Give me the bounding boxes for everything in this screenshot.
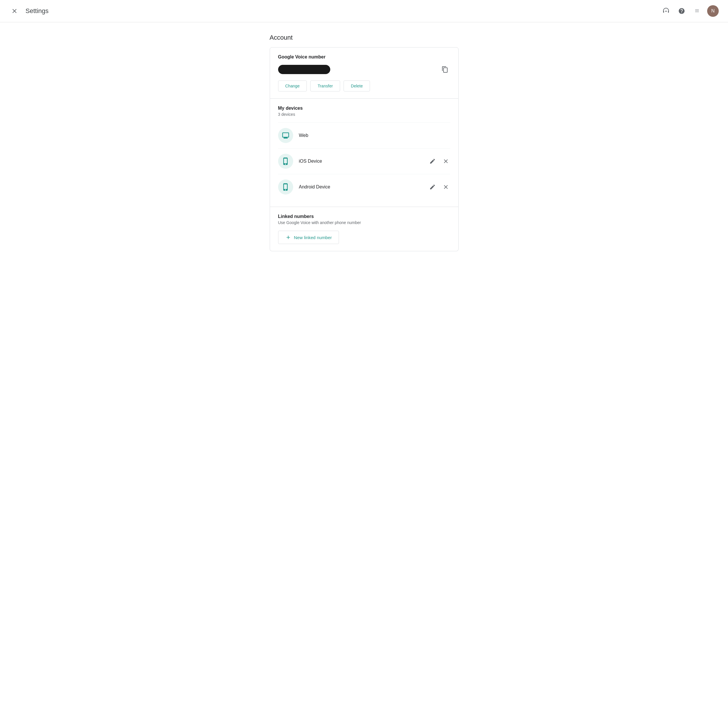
plus-icon bbox=[285, 235, 291, 240]
main-content: Account Google Voice number Change Trans… bbox=[263, 22, 465, 263]
device-left-ios: iOS Device bbox=[278, 154, 322, 169]
close-icon-android bbox=[443, 184, 449, 190]
delete-button[interactable]: Delete bbox=[344, 81, 370, 92]
header-icons: N bbox=[660, 5, 719, 17]
apps-icon bbox=[694, 8, 701, 14]
ios-device-name: iOS Device bbox=[299, 159, 322, 164]
android-remove-button[interactable] bbox=[442, 183, 450, 191]
close-button[interactable] bbox=[9, 6, 20, 16]
ios-device-actions bbox=[428, 157, 450, 166]
close-icon bbox=[11, 8, 18, 14]
account-section-title: Account bbox=[270, 34, 459, 41]
phone-android-icon bbox=[281, 183, 290, 191]
edit-icon-ios bbox=[429, 158, 436, 165]
help-icon bbox=[678, 8, 685, 14]
android-edit-button[interactable] bbox=[428, 183, 437, 191]
voice-number-label: Google Voice number bbox=[278, 55, 450, 59]
number-row bbox=[278, 64, 450, 75]
linked-numbers-desc: Use Google Voice with another phone numb… bbox=[278, 220, 450, 225]
device-item-android: Android Device bbox=[278, 174, 450, 200]
change-button[interactable]: Change bbox=[278, 81, 307, 92]
ios-device-icon-circle bbox=[278, 154, 293, 169]
headset-icon bbox=[662, 8, 670, 14]
page-title: Settings bbox=[26, 7, 49, 15]
devices-count: 3 devices bbox=[278, 112, 450, 117]
header: Settings N bbox=[0, 0, 728, 22]
help-button[interactable] bbox=[676, 5, 687, 17]
web-device-name: Web bbox=[299, 133, 309, 138]
ios-remove-button[interactable] bbox=[442, 157, 450, 166]
headset-button[interactable] bbox=[660, 5, 672, 17]
linked-numbers-card: Linked numbers Use Google Voice with ano… bbox=[270, 207, 459, 251]
android-device-actions bbox=[428, 183, 450, 191]
android-device-icon-circle bbox=[278, 180, 293, 195]
phone-iphone-icon bbox=[281, 157, 290, 165]
monitor-icon bbox=[281, 131, 290, 139]
copy-number-button[interactable] bbox=[440, 64, 450, 75]
transfer-button[interactable]: Transfer bbox=[310, 81, 340, 92]
device-left-web: Web bbox=[278, 128, 309, 143]
action-buttons: Change Transfer Delete bbox=[278, 81, 450, 92]
linked-numbers-title: Linked numbers bbox=[278, 214, 450, 219]
copy-icon bbox=[442, 66, 448, 73]
new-linked-number-button[interactable]: New linked number bbox=[278, 231, 339, 244]
new-linked-number-label: New linked number bbox=[294, 235, 332, 240]
device-item-web: Web bbox=[278, 122, 450, 148]
device-left-android: Android Device bbox=[278, 180, 330, 195]
edit-icon-android bbox=[429, 184, 436, 190]
header-left: Settings bbox=[9, 6, 49, 16]
android-device-name: Android Device bbox=[299, 185, 330, 189]
web-device-icon-circle bbox=[278, 128, 293, 143]
ios-edit-button[interactable] bbox=[428, 157, 437, 166]
devices-card: My devices 3 devices Web i bbox=[270, 99, 459, 207]
device-item-ios: iOS Device bbox=[278, 148, 450, 174]
close-icon-ios bbox=[443, 158, 449, 165]
avatar[interactable]: N bbox=[707, 5, 719, 17]
apps-button[interactable] bbox=[691, 5, 703, 17]
devices-title: My devices bbox=[278, 106, 450, 111]
phone-number-masked bbox=[278, 65, 330, 74]
voice-number-card: Google Voice number Change Transfer Dele… bbox=[270, 47, 459, 99]
